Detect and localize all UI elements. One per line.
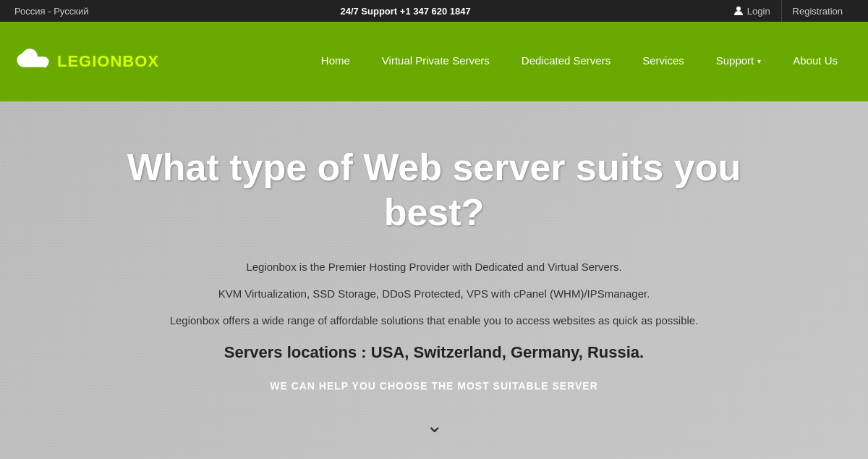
nav-links: Home Virtual Private Servers Dedicated S…	[305, 22, 854, 101]
phone-number: +1 347 620 1847	[400, 6, 471, 17]
navbar: LEGIONBOX Home Virtual Private Servers D…	[0, 22, 868, 101]
svg-point-0	[736, 7, 741, 11]
register-button[interactable]: Registration	[782, 0, 854, 22]
hero-content: What type of Web server suits you best? …	[109, 145, 760, 437]
user-icon	[733, 6, 744, 16]
hero-section: What type of Web server suits you best? …	[0, 101, 868, 459]
nav-about[interactable]: About Us	[777, 22, 854, 101]
nav-home[interactable]: Home	[305, 22, 366, 101]
logo-cloud-icon	[14, 47, 51, 76]
hero-cta[interactable]: WE CAN HELP YOU CHOOSE THE MOST SUITABLE…	[109, 380, 760, 392]
logo[interactable]: LEGIONBOX	[14, 47, 159, 76]
nav-dedicated[interactable]: Dedicated Servers	[506, 22, 626, 101]
support-info: 24/7 Support +1 347 620 1847	[340, 6, 470, 17]
hero-desc-1: Legionbox is the Premier Hosting Provide…	[109, 257, 760, 277]
auth-area: Login Registration	[723, 0, 854, 22]
hero-title: What type of Web server suits you best?	[109, 145, 760, 235]
hero-desc-3: Legionbox offers a wide range of afforda…	[109, 311, 760, 330]
hero-locations: Servers locations : USA, Switzerland, Ge…	[109, 343, 760, 362]
nav-services[interactable]: Services	[626, 22, 700, 101]
language-selector[interactable]: Россия - Русский	[14, 6, 88, 17]
login-button[interactable]: Login	[723, 0, 782, 22]
chevron-down-icon: ▾	[757, 57, 761, 65]
scroll-down-icon[interactable]: ⌄	[109, 413, 760, 437]
nav-support[interactable]: Support ▾	[700, 22, 778, 101]
login-label: Login	[747, 6, 770, 17]
logo-text: LEGIONBOX	[57, 52, 159, 71]
support-label: 24/7 Support	[340, 6, 397, 17]
nav-vps[interactable]: Virtual Private Servers	[366, 22, 506, 101]
hero-desc-2: KVM Virtualization, SSD Storage, DDoS Pr…	[109, 284, 760, 303]
topbar: Россия - Русский 24/7 Support +1 347 620…	[0, 0, 868, 22]
